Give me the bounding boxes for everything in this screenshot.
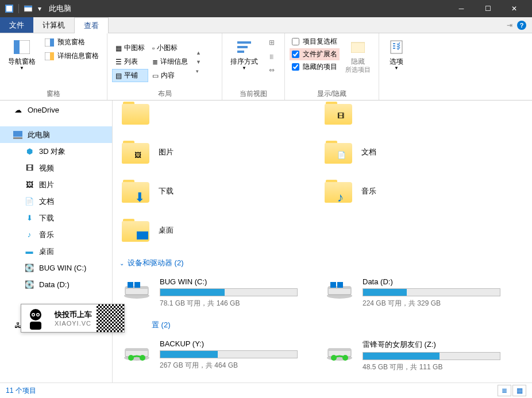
drive-usage-text: 224 GB 可用，共 329 GB xyxy=(363,299,523,308)
options-button[interactable]: 选项 ▼ xyxy=(384,36,409,73)
network-drive-icon xyxy=(325,339,354,362)
sidebar-item-drive-c[interactable]: 💽BUG WIN (C:) xyxy=(0,260,112,276)
layout-small-icons[interactable]: ▫小图标 xyxy=(149,41,191,55)
folder-downloads[interactable]: ⬇下载 xyxy=(119,177,322,205)
checkbox-item-checkboxes[interactable]: 项目复选框 xyxy=(290,36,340,48)
drive-usage-bar xyxy=(160,350,298,358)
svg-rect-16 xyxy=(13,137,22,139)
sidebar-this-pc[interactable]: 此电脑 xyxy=(0,126,112,143)
sidebar-item-pictures[interactable]: 🖼图片 xyxy=(0,176,112,193)
layout-expand[interactable]: ▾ xyxy=(196,68,201,74)
drive-item[interactable]: 雷锋哥的女朋友们 (Z:) 48.5 GB 可用，共 111 GB xyxy=(322,337,525,374)
desktop-icon: ▬ xyxy=(24,246,34,257)
tab-view[interactable]: 查看 xyxy=(74,17,109,33)
item-count: 11 个项目 xyxy=(6,386,36,396)
download-icon: ⬇ xyxy=(24,213,34,223)
hide-selected-button[interactable]: 隐藏所选项目 xyxy=(342,36,374,76)
maximize-button[interactable]: ☐ xyxy=(475,0,501,17)
svg-rect-1 xyxy=(6,6,12,11)
section-drives-header[interactable]: ⌄设备和驱动器 (2) xyxy=(119,256,525,271)
svg-rect-12 xyxy=(237,51,244,53)
sidebar-onedrive[interactable]: ☁OneDrive xyxy=(0,102,112,118)
drive-name: BACKUP (Y:) xyxy=(160,339,320,348)
folder-item[interactable] xyxy=(119,101,322,127)
drive-name: 雷锋哥的女朋友们 (Z:) xyxy=(363,339,523,350)
minimize-button[interactable]: ─ xyxy=(448,0,475,17)
svg-rect-25 xyxy=(330,282,336,288)
folder-documents[interactable]: 📄文档 xyxy=(322,138,525,166)
desktop-icon xyxy=(137,231,148,239)
svg-rect-20 xyxy=(128,282,133,288)
qr-code xyxy=(97,304,124,332)
film-icon: 🎞 xyxy=(337,112,351,123)
add-columns-button[interactable]: ⫼ xyxy=(264,49,280,63)
drive-usage-bar xyxy=(160,288,298,296)
folder-pictures[interactable]: 🖼图片 xyxy=(119,138,322,166)
layout-details[interactable]: ≣详细信息 xyxy=(149,55,191,68)
layout-tiles[interactable]: ▤平铺 xyxy=(112,69,148,82)
section-network-header[interactable]: 置 (2) xyxy=(119,318,525,333)
download-icon: ⬇ xyxy=(134,190,148,202)
qat-properties-icon[interactable] xyxy=(24,4,33,13)
svg-rect-7 xyxy=(50,38,54,47)
sidebar-item-desktop[interactable]: ▬桌面 xyxy=(0,243,112,260)
preview-pane-button[interactable]: 预览窗格 xyxy=(41,36,102,49)
svg-rect-5 xyxy=(14,40,20,54)
cube-icon: ⬢ xyxy=(24,146,34,157)
ribbon-group-show-hide: 项目复选框 文件扩展名 隐藏的项目 隐藏所选项目 显示/隐藏 xyxy=(285,33,379,100)
svg-point-40 xyxy=(33,314,34,316)
folder-item[interactable]: 🎞 xyxy=(322,101,525,127)
drive-item[interactable]: Data (D:) 224 GB 可用，共 329 GB xyxy=(322,275,525,311)
sidebar-item-downloads[interactable]: ⬇下载 xyxy=(0,210,112,226)
sidebar-item-documents[interactable]: 📄文档 xyxy=(0,193,112,210)
pin-icon[interactable]: ⇥ xyxy=(507,21,512,29)
main-content: 🎞 🖼图片 📄文档 ⬇下载 ♪音乐 桌面 ⌄设备和驱动器 (2) BUG WIN… xyxy=(113,101,532,382)
help-icon[interactable]: ? xyxy=(517,21,526,30)
layout-list[interactable]: ☰列表 xyxy=(112,55,148,68)
network-drive-icon xyxy=(122,339,152,362)
drive-item[interactable]: BACKUP (Y:) 267 GB 可用，共 464 GB xyxy=(119,337,322,374)
checkbox-hidden-items[interactable]: 隐藏的项目 xyxy=(290,61,340,73)
drive-item[interactable]: BUG WIN (C:) 78.1 GB 可用，共 146 GB xyxy=(119,275,322,311)
sort-button[interactable]: 排序方式 ▼ xyxy=(227,36,261,73)
layout-scroll-down[interactable]: ▼ xyxy=(196,59,201,65)
svg-rect-14 xyxy=(391,41,402,53)
window-title: 此电脑 xyxy=(49,3,71,14)
folder-desktop[interactable]: 桌面 xyxy=(119,217,322,244)
sidebar-item-videos[interactable]: 🎞视频 xyxy=(0,160,112,176)
qat-dropdown-icon[interactable]: ▾ xyxy=(35,4,44,13)
view-details-toggle[interactable]: ≣ xyxy=(498,385,511,396)
nav-pane-button[interactable]: 导航窗格 ▼ xyxy=(5,36,39,73)
checkbox-file-extensions[interactable]: 文件扩展名 xyxy=(290,48,340,60)
tab-computer[interactable]: 计算机 xyxy=(33,17,74,33)
group-by-button[interactable]: ⊞ xyxy=(264,36,280,49)
svg-rect-29 xyxy=(125,349,148,351)
hdd-icon xyxy=(122,277,152,300)
hdd-icon xyxy=(325,277,354,300)
chevron-down-icon: ⌄ xyxy=(119,260,124,266)
drive-usage-text: 78.1 GB 可用，共 146 GB xyxy=(160,299,320,308)
svg-rect-21 xyxy=(134,282,140,288)
view-tiles-toggle[interactable]: ▦ xyxy=(512,385,526,396)
music-icon: ♪ xyxy=(337,190,351,202)
sidebar-item-drive-d[interactable]: 💽Data (D:) xyxy=(0,276,112,293)
sidebar-item-music[interactable]: ♪音乐 xyxy=(0,226,112,243)
sidebar-item-3d[interactable]: ⬢3D 对象 xyxy=(0,143,112,160)
statusbar: 11 个项目 ≣ ▦ xyxy=(0,382,532,398)
pc-icon xyxy=(13,130,23,140)
layout-scroll-up[interactable]: ▲ xyxy=(196,50,201,56)
fit-columns-button[interactable]: ⇔ xyxy=(264,63,280,76)
close-button[interactable]: ✕ xyxy=(501,0,527,17)
tab-file[interactable]: 文件 xyxy=(0,17,33,33)
ribbon-group-layout: ▦中图标 ▫小图标 ☰列表 ≣详细信息 ▤平铺 ▭内容 ▲▼▾ 布局 xyxy=(107,33,222,100)
ribbon-group-panes: 导航窗格 ▼ 预览窗格 详细信息窗格 窗格 xyxy=(0,33,107,100)
avatar-icon xyxy=(21,304,50,332)
layout-medium-icons[interactable]: ▦中图标 xyxy=(112,41,148,55)
layout-content[interactable]: ▭内容 xyxy=(149,69,191,82)
svg-rect-34 xyxy=(328,349,351,351)
svg-rect-10 xyxy=(237,41,251,44)
folder-music[interactable]: ♪音乐 xyxy=(322,177,525,205)
drive-usage-bar xyxy=(363,352,500,360)
svg-rect-3 xyxy=(24,6,32,7)
details-pane-button[interactable]: 详细信息窗格 xyxy=(41,49,102,63)
